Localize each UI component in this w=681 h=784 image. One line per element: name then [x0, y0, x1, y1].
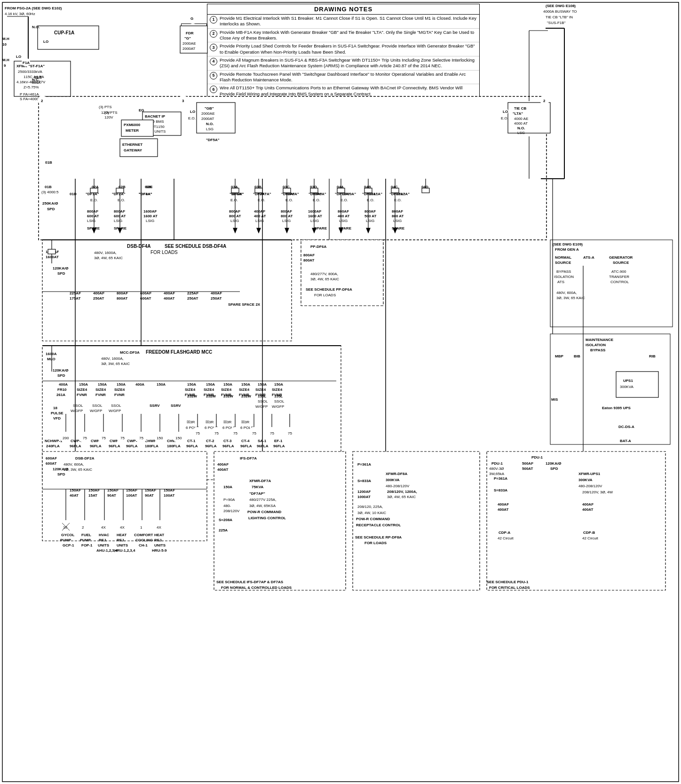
- 400at-cdpb: 400AT: [582, 507, 594, 512]
- size4-ct1: SIZE4: [185, 388, 196, 392]
- br-02b-rect: [116, 188, 124, 193]
- rpdf8a-spec: 3Ø, 4W, 10 KAIC: [357, 511, 386, 515]
- hvac-label: HVAC: [99, 533, 109, 537]
- 150a-chwp: 150A: [157, 382, 166, 387]
- size4-ct2: SIZE4: [204, 388, 214, 392]
- cdp-a-circuits: 42 Circuit: [498, 536, 514, 540]
- lo-label-1: LO: [43, 40, 48, 44]
- fop1-label: FOP-1: [81, 543, 93, 547]
- 3r-4: ☒3R: [241, 420, 249, 424]
- lsig-3: LSIG: [146, 219, 154, 223]
- df8a-label2: "DF8A": [281, 192, 295, 196]
- 150af-2-df2a: 150AF: [88, 488, 100, 492]
- xfmr-label: XFMR "ST-F1A": [16, 64, 45, 68]
- 120ka-df2a: 120KA/Ø: [53, 467, 68, 471]
- lta-label: "LTA": [513, 111, 523, 116]
- ssrv-label: SSRV: [150, 404, 160, 408]
- circle-3-text: 3: [182, 99, 184, 103]
- mcc-df3a-spec2: 3Ø, 3W, 65 KAIC: [101, 362, 130, 366]
- 1600at-label: 1600 AT: [143, 214, 158, 218]
- m-num-75-2: 75: [102, 436, 106, 440]
- ct4-fla: 96FLA: [240, 444, 252, 448]
- motor-num-4x3: 4X: [157, 525, 161, 530]
- pxm-label-2: METER: [126, 128, 139, 133]
- fdr-g-label: "G": [184, 36, 191, 40]
- ssrs-label: SSRV: [171, 404, 181, 408]
- hru-label: HRU-1,2,3,4: [114, 548, 135, 553]
- 3r-3: ☒3R: [223, 420, 231, 424]
- source-label: SOURCE: [555, 261, 571, 265]
- lsig-03a: LSIG: [230, 219, 239, 223]
- fvnr-ct4: FVNR: [239, 393, 249, 397]
- p361a: P=361A: [357, 462, 371, 467]
- 400af-03b: 400AF: [254, 209, 265, 214]
- m-num-75: 75: [83, 436, 87, 440]
- 600af-df2a: 600AF: [46, 456, 57, 460]
- ssol-wgfp-1: SSOL: [73, 404, 83, 408]
- pts-voltage: 120V: [104, 115, 113, 119]
- dsb-df2a-spec: 480V, 600A,: [63, 462, 84, 467]
- 1600a-mlo: 1600A: [46, 352, 57, 356]
- pfa-label: P FA=461A: [20, 92, 39, 96]
- pp-df6a-spec2: 3Ø, 4W, 65 KAIC: [310, 277, 339, 281]
- bib-label: BIB: [574, 354, 580, 358]
- 800af-03c: 800AF: [281, 209, 292, 214]
- cup-f1a-label: CUP-F1A: [54, 30, 74, 35]
- 800at-pp: 800AT: [303, 258, 315, 262]
- motor-num-10: 10: [63, 525, 67, 530]
- for-normal-loads: FOR NORMAL & CONTROLLED LOADS: [221, 586, 292, 590]
- 3r-2: ☒3R: [206, 420, 214, 424]
- fvnr-1: FVNR: [77, 393, 87, 397]
- gcp1-label: GCP-1: [63, 543, 74, 547]
- for-loads-rp: FOR LOADS: [364, 541, 387, 545]
- 800af-04c: 800AF: [392, 209, 403, 214]
- dsb-df2a-title: DSB-DF2A: [75, 456, 95, 460]
- lta-rating-2: 4000 AT: [514, 121, 528, 126]
- rating-800af-1: 800AF: [87, 209, 98, 214]
- xfmr-ups1-voltage: 480-208/120V: [578, 484, 602, 488]
- rpdf8a-spec2: 3Ø, 4W, 65 KAIC: [387, 495, 416, 499]
- heat-rej: REJ.: [117, 538, 125, 542]
- df7ap-voltage: 480/277V 225A,: [249, 498, 276, 502]
- comfort-label: COMFORT: [134, 533, 153, 537]
- mh-label-1: M.H: [2, 37, 9, 41]
- fvnr-sa1: FVNR: [255, 393, 266, 397]
- fdr-rating-1: 2000AE: [182, 41, 196, 46]
- 1600af-03d: 1600AF: [308, 209, 322, 214]
- 1600at-dsb: 1600AT: [46, 255, 59, 259]
- size4-ef1: SIZE4: [272, 388, 283, 392]
- 150af-4-df2a: 150AF: [126, 488, 137, 492]
- for-loads-1: FOR LOADS: [150, 250, 178, 255]
- 150a-ct4: 150A: [241, 382, 250, 387]
- m-num-75-ef1: 75: [288, 431, 292, 436]
- ethernet-box: [120, 139, 158, 157]
- 40at-df2a: 40AT: [70, 493, 79, 498]
- xfmr-voltage: 4.16kV-480/277V: [16, 80, 46, 84]
- rating-600at-1: 600 AT: [87, 214, 99, 218]
- 400af-ifs: 400AF: [217, 462, 229, 467]
- fdr-label: FDR: [186, 31, 194, 35]
- tie-cb-label: TIE CB: [514, 106, 526, 111]
- control-label: CONTROL: [610, 280, 629, 284]
- 150af-5-df2a: 150AF: [145, 488, 156, 492]
- see-schedule-rp: SEE SCHEDULE RP-DF8A: [355, 535, 402, 539]
- size4-2: SIZE4: [95, 388, 106, 392]
- 800af-04a: 800AF: [338, 209, 349, 214]
- heat-label: HEAT: [117, 533, 127, 537]
- ifs-df7a-title: IFS-DF7A: [240, 456, 257, 460]
- pdu-1-border: [487, 451, 665, 590]
- xfmr-df7a-label: XFMR-DF7A: [249, 479, 271, 483]
- motor-num-2: 2: [82, 525, 84, 530]
- 150af-3-df2a: 150AF: [107, 488, 119, 492]
- cwp2-fla: 96FLA: [90, 444, 102, 448]
- 90at-df2a: 90AT: [107, 493, 116, 498]
- eaton-9395: Eaton 9395 UPS: [602, 406, 631, 410]
- fdr-rating-2: 2000AT: [182, 47, 196, 51]
- df7ap-spec: 3Ø, 4W, 65KSA: [249, 504, 276, 508]
- cdp-b-label: CDP-B: [583, 531, 595, 535]
- 04b-label: 04B: [364, 185, 371, 189]
- ef1-fla: 96FLA: [273, 444, 285, 448]
- ethernet-label-1: ETHERNET: [122, 143, 143, 147]
- from-psg-voltage: 4.16 kV, 3Ø, 60Hz: [5, 12, 35, 16]
- 600at-dsb: 600AT: [140, 296, 151, 301]
